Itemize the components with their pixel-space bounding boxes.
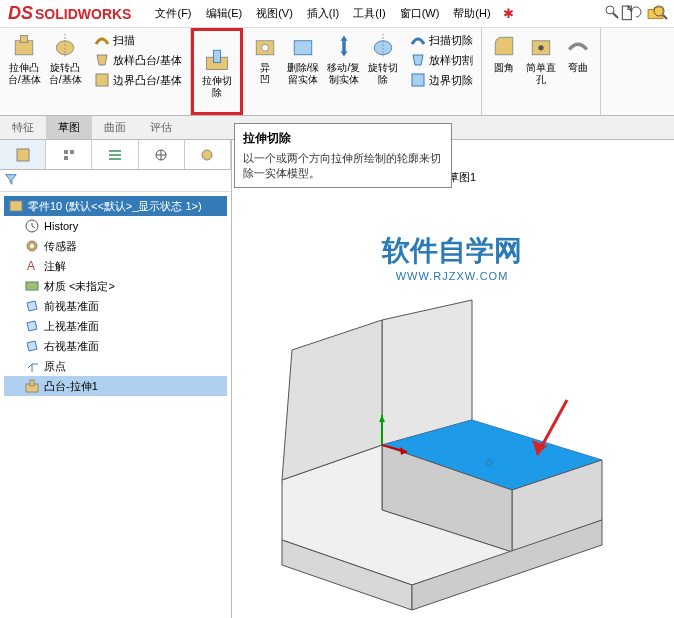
move-copy-label: 移动/复 制实体 [327, 62, 360, 86]
tree-root[interactable]: 零件10 (默认<<默认>_显示状态 1>) [4, 196, 227, 216]
tree-annotations[interactable]: A 注解 [4, 256, 227, 276]
tree-history-label: History [44, 220, 78, 232]
menu-tools[interactable]: 工具(I) [347, 3, 391, 24]
main: 零件10 (默认<<默认>_显示状态 1>) History 传感器 A 注解 … [0, 140, 674, 618]
panel-tab-property[interactable] [92, 140, 138, 169]
svg-rect-20 [17, 149, 29, 161]
panel-tab-appearance[interactable] [139, 140, 185, 169]
ribbon-group-cut: 异 凹 删除/保 留实体 移动/复 制实体 旋转切 除 扫描切除 [243, 28, 483, 115]
tooltip: 拉伸切除 以一个或两个方向拉伸所绘制的轮廓来切除一实体模型。 [234, 123, 452, 188]
tree-material[interactable]: 材质 <未指定> [4, 276, 227, 296]
ribbon-group-extrude-cut: 拉伸切 除 [191, 28, 243, 115]
tree-sensors-label: 传感器 [44, 239, 77, 254]
svg-rect-7 [213, 50, 220, 62]
delete-keep-button[interactable]: 删除/保 留实体 [283, 30, 324, 88]
delete-keep-label: 删除/保 留实体 [287, 62, 320, 86]
star-icon[interactable]: ✱ [503, 6, 514, 21]
svg-point-15 [539, 45, 544, 50]
sweep-cut-button[interactable]: 扫描切除 [406, 30, 477, 50]
svg-point-9 [261, 44, 268, 51]
tab-evaluate[interactable]: 评估 [138, 116, 184, 139]
revolve-boss-button[interactable]: 旋转凸 台/基体 [45, 30, 86, 88]
panel-tab-tree[interactable] [0, 140, 46, 169]
magnify-icon[interactable] [650, 2, 670, 22]
bend-label: 弯曲 [568, 62, 588, 74]
boundary-cut-label: 边界切除 [429, 73, 473, 88]
left-panel: 零件10 (默认<<默认>_显示状态 1>) History 传感器 A 注解 … [0, 140, 232, 618]
tree-sensors[interactable]: 传感器 [4, 236, 227, 256]
watermark: 软件自学网 WWW.RJZXW.COM [382, 232, 522, 282]
menu-insert[interactable]: 插入(I) [301, 3, 345, 24]
ribbon-group-boss: 拉伸凸 台/基体 旋转凸 台/基体 扫描 放样凸台/基体 边界凸台/基体 [0, 28, 191, 115]
viewport-toolbar [602, 2, 670, 22]
svg-rect-21 [64, 150, 68, 154]
boundary-cut-button[interactable]: 边界切除 [406, 70, 477, 90]
svg-rect-22 [70, 150, 74, 154]
zoom-icon[interactable] [602, 2, 622, 22]
simple-hole-button[interactable]: 简单直 孔 [522, 30, 560, 88]
loft-cut-label: 放样切割 [429, 53, 473, 68]
tree-boss-extrude[interactable]: 凸台-拉伸1 [4, 376, 227, 396]
tab-feature[interactable]: 特征 [0, 116, 46, 139]
menu-edit[interactable]: 编辑(E) [200, 3, 249, 24]
sweep-label: 扫描 [113, 33, 135, 48]
breadcrumb-sketch[interactable]: 草图1 [448, 170, 476, 185]
ribbon: 拉伸凸 台/基体 旋转凸 台/基体 扫描 放样凸台/基体 边界凸台/基体 [0, 28, 674, 116]
viewport[interactable]: ▶ 草图1 软件自学网 WWW.RJZXW.COM [232, 140, 674, 618]
tab-surface[interactable]: 曲面 [92, 116, 138, 139]
svg-rect-36 [26, 282, 38, 290]
menubar: DS SOLIDWORKS 文件(F) 编辑(E) 视图(V) 插入(I) 工具… [0, 0, 674, 28]
revolve-cut-button[interactable]: 旋转切 除 [364, 30, 402, 88]
loft-cut-button[interactable]: 放样切割 [406, 50, 477, 70]
svg-point-34 [30, 244, 34, 248]
bend-button[interactable]: 弯曲 [560, 30, 596, 76]
loft-button[interactable]: 放样凸台/基体 [90, 50, 186, 70]
tab-sketch[interactable]: 草图 [46, 116, 92, 139]
panel-tab-config[interactable] [46, 140, 92, 169]
tree-annotations-label: 注解 [44, 259, 66, 274]
wizard-button[interactable]: 异 凹 [247, 30, 283, 88]
sweep-button[interactable]: 扫描 [90, 30, 186, 50]
tooltip-text: 以一个或两个方向拉伸所绘制的轮廓来切除一实体模型。 [243, 151, 443, 181]
svg-text:A: A [27, 259, 35, 273]
watermark-main: 软件自学网 [382, 232, 522, 270]
svg-line-19 [663, 15, 667, 19]
tree-top-plane-label: 上视基准面 [44, 319, 99, 334]
tree-top-plane[interactable]: 上视基准面 [4, 316, 227, 336]
panel-tab-display[interactable] [185, 140, 231, 169]
svg-rect-31 [10, 201, 22, 211]
tree-origin[interactable]: 原点 [4, 356, 227, 376]
menu-window[interactable]: 窗口(W) [394, 3, 446, 24]
svg-rect-23 [64, 156, 68, 160]
tree-right-plane[interactable]: 右视基准面 [4, 336, 227, 356]
svg-point-16 [606, 6, 614, 14]
svg-point-18 [654, 6, 664, 16]
move-copy-button[interactable]: 移动/复 制实体 [323, 30, 364, 88]
menu-file[interactable]: 文件(F) [149, 3, 197, 24]
extrude-boss-label: 拉伸凸 台/基体 [8, 62, 41, 86]
filter-icon[interactable] [4, 172, 18, 186]
tree-material-label: 材质 <未指定> [44, 279, 115, 294]
menu-help[interactable]: 帮助(H) [447, 3, 496, 24]
tree-front-plane[interactable]: 前视基准面 [4, 296, 227, 316]
revolve-boss-label: 旋转凸 台/基体 [49, 62, 82, 86]
tree-boss-extrude-label: 凸台-拉伸1 [44, 379, 98, 394]
panel-tabs [0, 140, 231, 170]
extrude-cut-button[interactable]: 拉伸切 除 [198, 43, 236, 101]
svg-rect-5 [96, 74, 108, 86]
menu-view[interactable]: 视图(V) [250, 3, 299, 24]
model-3d [262, 280, 674, 618]
sweep-cut-label: 扫描切除 [429, 33, 473, 48]
svg-rect-13 [412, 74, 424, 86]
boundary-label: 边界凸台/基体 [113, 73, 182, 88]
boundary-button[interactable]: 边界凸台/基体 [90, 70, 186, 90]
svg-rect-24 [109, 150, 121, 152]
extrude-boss-button[interactable]: 拉伸凸 台/基体 [4, 30, 45, 88]
tree-history[interactable]: History [4, 216, 227, 236]
rotate-icon[interactable] [626, 2, 646, 22]
svg-rect-25 [109, 154, 121, 156]
svg-line-17 [613, 13, 618, 18]
svg-rect-26 [109, 158, 121, 160]
fillet-button[interactable]: 圆角 [486, 30, 522, 76]
tree-front-plane-label: 前视基准面 [44, 299, 99, 314]
